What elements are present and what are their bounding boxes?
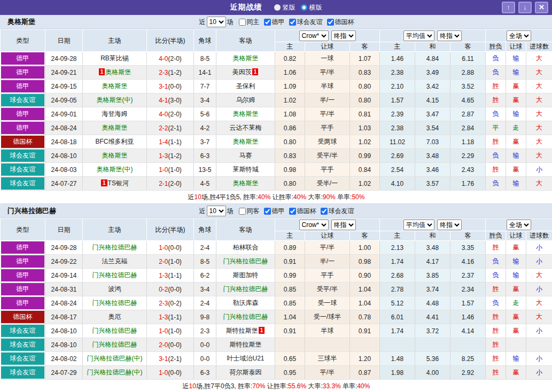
fulltime-score: 4-0 xyxy=(159,111,168,118)
handicap xyxy=(305,338,350,352)
goals-result: 小 xyxy=(526,255,552,269)
result: 胜 xyxy=(486,366,506,380)
goals-result: 小 xyxy=(526,352,552,366)
match-date: 24-08-10 xyxy=(45,324,83,338)
goals-result: 大 xyxy=(526,135,552,149)
same-venue-checkbox[interactable] xyxy=(239,19,246,26)
scope-group-header: 全场 xyxy=(486,219,552,231)
move-down-button[interactable]: ↓ xyxy=(518,2,532,13)
avg-draw: 3.42 xyxy=(415,80,450,93)
handicap-result: 赢 xyxy=(506,324,526,338)
avg-draw: 4.17 xyxy=(415,255,450,269)
league-checkbox-1[interactable] xyxy=(264,208,271,215)
score: 2-2(2-1) xyxy=(147,121,194,135)
league-checkbox-1[interactable] xyxy=(264,19,271,26)
result: 胜 xyxy=(486,324,506,338)
fulltime-score: 1-0 xyxy=(159,244,168,252)
average-period-select[interactable]: 终指 xyxy=(437,30,462,41)
score: 4-0(2-0) xyxy=(147,52,194,66)
team-name-text: 斯特拉斯堡 xyxy=(226,327,258,334)
home-team: 奥格斯堡 xyxy=(83,121,147,135)
average-select[interactable]: 平均值 xyxy=(403,219,434,230)
result: 胜 xyxy=(486,93,506,107)
average-period-select[interactable]: 终指 xyxy=(437,219,462,230)
handicap-result: 输 xyxy=(506,352,526,366)
result: 胜 xyxy=(486,80,506,93)
red-card-badge: 1 xyxy=(259,327,265,334)
away-team: 柏林联合 xyxy=(216,241,275,255)
recent-count-select[interactable]: 10 xyxy=(207,17,226,27)
odds-away: 1.02 xyxy=(350,135,380,149)
col-odds-home: 主 xyxy=(275,42,305,52)
col-avg-home: 主 xyxy=(380,42,415,52)
halftime-score: (1-2) xyxy=(168,152,182,160)
handicap: 平手 xyxy=(305,269,350,283)
fulltime-score: 2-0 xyxy=(159,258,168,265)
move-up-button[interactable]: ↑ xyxy=(502,2,515,13)
fulltime-score: 1-0 xyxy=(159,166,168,174)
league-checkbox-2[interactable] xyxy=(289,208,296,215)
odds-home: 0.91 xyxy=(275,255,305,269)
odds-away: 1.02 xyxy=(350,177,380,191)
scope-select[interactable]: 全场 xyxy=(507,30,531,41)
summary-stat-label: 大率: xyxy=(306,382,323,390)
league-checkbox-3[interactable] xyxy=(321,208,328,215)
avg-away: 2.37 xyxy=(450,269,486,283)
team-name-text: 门兴格拉德巴赫 xyxy=(92,327,137,334)
team-name-text: 圣保利 xyxy=(236,82,255,90)
avg-away: 1.18 xyxy=(450,135,486,149)
view-mode-radio-vertical[interactable]: 竖版 xyxy=(274,3,296,12)
team-section-1: 奥格斯堡 近 10 场 同主 德甲 球会友谊 德国杯 xyxy=(0,15,552,204)
competition-badge: 球会友谊 xyxy=(1,352,45,365)
window-buttons: ↑ ↓ ✕ xyxy=(502,2,548,13)
competition-badge: 德甲 xyxy=(1,80,45,92)
odds-away: 1.07 xyxy=(350,52,380,66)
avg-away: 2.87 xyxy=(450,107,486,121)
match-date: 24-09-15 xyxy=(45,80,83,93)
odds-home: 0.80 xyxy=(275,177,305,191)
view-mode-radio-horizontal[interactable]: 横版 xyxy=(301,3,322,12)
team-name-text: 奥格斯堡(中) xyxy=(97,96,133,104)
section-header: 门兴格拉德巴赫 近 10 场 同客 德甲 德国杯 球会友谊 xyxy=(0,204,552,218)
col-corner: 角球 xyxy=(194,219,216,241)
league-checkbox-3[interactable] xyxy=(327,19,334,26)
recent-count-select[interactable]: 10 xyxy=(207,206,226,216)
avg-home: 6.01 xyxy=(380,310,415,324)
avg-home: 2.78 xyxy=(380,283,415,296)
col-handicap: 让球 xyxy=(305,42,350,52)
close-button[interactable]: ✕ xyxy=(535,2,548,13)
filter-group: 近 10 场 同主 德甲 球会友谊 德国杯 xyxy=(198,17,354,27)
team-name-text: TS银河 xyxy=(108,179,129,187)
average-select[interactable]: 平均值 xyxy=(403,30,434,41)
bookmaker-period-select[interactable]: 终指 xyxy=(331,30,356,41)
recent-label: 近 xyxy=(199,18,206,27)
avg-draw: 3.49 xyxy=(415,66,450,80)
summary-stat-value: 40% xyxy=(258,193,270,201)
summary-stat-label: 让胜率: xyxy=(270,193,293,201)
avg-home: 2.13 xyxy=(380,241,415,255)
odds-home: 0.91 xyxy=(275,324,305,338)
corners: 2-4 xyxy=(194,241,216,255)
bookmaker-select[interactable]: Crow* xyxy=(299,30,329,41)
handicap: 受半/一 xyxy=(305,177,350,191)
odds-away: 0.99 xyxy=(350,149,380,163)
type-badge: 德甲 xyxy=(1,52,45,66)
league-checkbox-2[interactable] xyxy=(289,19,296,26)
summary-stat-value: 10 xyxy=(189,382,196,390)
match-date: 24-09-14 xyxy=(45,269,83,283)
match-date: 24-08-02 xyxy=(45,352,83,366)
avg-draw: 3.72 xyxy=(415,324,450,338)
avg-away: 1.57 xyxy=(450,296,486,310)
scope-select[interactable]: 全场 xyxy=(507,219,531,230)
match-row: 德甲24-09-211奥格斯堡2-3(1-2)14-1美因茨11.06平/半0.… xyxy=(1,66,552,80)
handicap: 半/一 xyxy=(305,255,350,269)
away-team: 圣保利 xyxy=(216,80,275,93)
bookmaker-period-select[interactable]: 终指 xyxy=(331,219,356,230)
corners: 4-2 xyxy=(194,121,216,135)
halftime-score: (1-1) xyxy=(168,138,182,146)
away-team: 荷尔斯泰因 xyxy=(216,366,275,380)
same-venue-checkbox[interactable] xyxy=(239,208,246,215)
col-avg-away: 客 xyxy=(450,231,486,241)
result: 胜 xyxy=(486,163,506,177)
bookmaker-select[interactable]: Crow* xyxy=(299,219,329,230)
